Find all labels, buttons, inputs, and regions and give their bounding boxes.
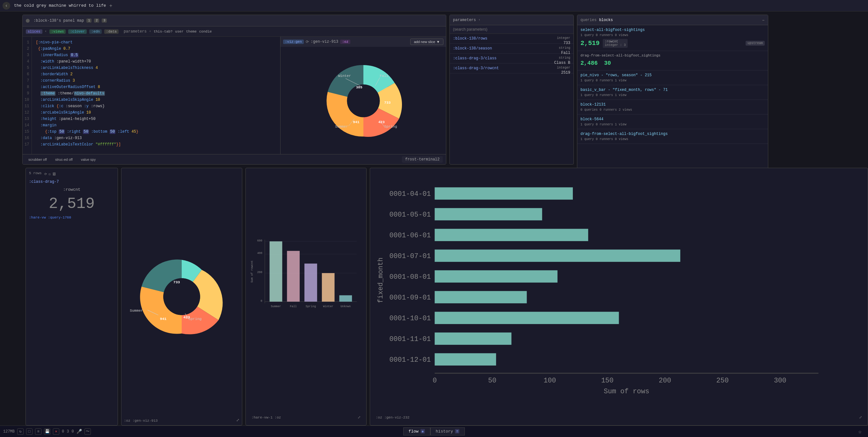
nav-theme[interactable]: theme <box>186 30 197 33</box>
donut-chart-svg: Winter Fall Summer Spring 385 733 941 42… <box>319 56 408 145</box>
nav-clover[interactable]: :clover <box>68 29 87 34</box>
donut-expand-icon[interactable]: ⤢ <box>236 418 239 423</box>
rowcnt-badge: :rowcnt integer : 3 <box>603 39 628 48</box>
svg-text:400: 400 <box>257 252 262 255</box>
bottom-toolbar: scrubber off struc-ed off value spy fros… <box>23 154 446 164</box>
queries-panel-close[interactable]: – <box>762 18 765 23</box>
parameters-search-input[interactable] <box>450 25 574 34</box>
mic-icon[interactable]: 🎤 <box>76 429 82 434</box>
qi-name-bar[interactable]: basic_v_bar - "fixed_month, rows" - 71 <box>581 88 765 92</box>
nav-views[interactable]: :views <box>50 29 66 34</box>
add-new-slice-button[interactable]: add new slice ▼ <box>410 38 443 45</box>
param-item-class: string :class-drag-3/class Class B <box>450 54 574 63</box>
qi-stats-1: 1 query 0 runners 0 views <box>581 33 765 37</box>
history-tab[interactable]: history ☰ <box>430 428 465 435</box>
panel-map-title: :block-138's panel map <box>33 19 84 23</box>
memory-usage: 127MB <box>3 429 15 434</box>
qi-name-block5644[interactable]: block-5644 <box>581 117 765 121</box>
main-container: :block-138's panel map 1 2 3 slices ‹ :v… <box>0 11 868 437</box>
wave-icon[interactable]: 〜 <box>85 428 91 435</box>
param-name-class: :class-drag-3/class <box>453 56 497 61</box>
viz-gen-tag[interactable]: :viz-gen <box>283 39 304 44</box>
panel-num-2: 2 <box>94 19 99 23</box>
qi-name-drag2[interactable]: drag-from-select-all-bigfoot_sightings <box>581 132 765 136</box>
svg-text:Winter: Winter <box>323 305 334 308</box>
save-icon[interactable]: 💾 <box>44 428 50 435</box>
svg-point-0 <box>347 85 380 117</box>
filter-icon[interactable]: ≡ <box>35 428 41 435</box>
svg-text:0001-11-01: 0001-11-01 <box>390 335 431 343</box>
svg-text:Summer: Summer <box>271 305 281 308</box>
back-button[interactable]: ‹ <box>3 2 10 9</box>
qi-stats-bar: 1 query 0 runners 1 view <box>581 93 765 97</box>
nav-parameters[interactable]: parameters <box>124 29 147 34</box>
svg-text:0001-10-01: 0001-10-01 <box>390 315 431 322</box>
add-tab-button[interactable]: + <box>107 2 115 9</box>
svg-rect-51 <box>435 208 542 221</box>
svg-text:0001-07-01: 0001-07-01 <box>390 252 431 260</box>
svg-text:941: 941 <box>353 120 359 124</box>
svg-rect-55 <box>435 291 527 303</box>
svg-text:Unknwn: Unknwn <box>340 305 351 308</box>
svg-text:Sum of rows: Sum of rows <box>604 387 649 396</box>
viz-sync-icon[interactable]: ⟳ <box>306 39 309 44</box>
warning-count: 3 <box>67 429 69 434</box>
svg-text:0001-09-01: 0001-09-01 <box>390 294 431 302</box>
oz-tag[interactable]: :oz <box>340 39 350 44</box>
nav-slices[interactable]: slices <box>26 29 42 34</box>
qi-stats-pie: 1 query 0 runners 1 view <box>581 79 765 82</box>
panel-num-1: 1 <box>86 19 92 23</box>
svg-text:423: 423 <box>183 315 190 319</box>
svg-text:250: 250 <box>716 377 729 385</box>
window-control[interactable] <box>26 19 30 23</box>
nav-condie[interactable]: condie <box>199 30 212 33</box>
queries-title[interactable]: queries <box>581 18 596 22</box>
refresh-icon[interactable]: ↻ <box>17 428 24 435</box>
struc-ed-off-button[interactable]: struc-ed off <box>53 157 75 162</box>
close-icon[interactable]: ✕ <box>53 428 59 435</box>
svg-rect-56 <box>435 312 619 324</box>
svg-text:733: 733 <box>384 101 391 105</box>
nav-this-tab[interactable]: this-tab? <box>154 30 173 33</box>
svg-text:Spring: Spring <box>306 305 316 308</box>
svg-text:Summer: Summer <box>130 309 143 313</box>
svg-text:Summer: Summer <box>335 125 348 128</box>
svg-text:50: 50 <box>488 377 496 385</box>
hbar-expand-icon[interactable]: ⤢ <box>859 415 862 419</box>
svg-text:0: 0 <box>260 299 262 303</box>
svg-rect-52 <box>435 229 588 241</box>
nav-user[interactable]: user <box>175 30 183 33</box>
svg-rect-53 <box>435 250 681 262</box>
stop-icon[interactable]: □ <box>26 428 32 435</box>
qi-name-1[interactable]: select-all-bigfoot-sightings <box>581 28 765 32</box>
query-item-drag-from2: drag-from-select-all-bigfoot_sightings 1… <box>577 129 768 144</box>
qi-name-block12131[interactable]: block-12131 <box>581 103 765 107</box>
scrubber-off-button[interactable]: scrubber off <box>26 157 50 162</box>
svg-text:0001-04-01: 0001-04-01 <box>390 190 431 198</box>
line-numbers: 12345 678910 1112131415 1617 <box>23 37 32 164</box>
param-item-rows: integer :block-138/rows 733 <box>450 34 574 44</box>
nav-data[interactable]: :data <box>104 29 119 34</box>
query-ref: :hare-vw :query-1760 <box>29 215 115 220</box>
hbar-chart-svg: 0001-04-01 0001-05-01 0001-06-01 0001-07… <box>373 171 865 397</box>
qi-val-2486: 2,486 <box>581 60 598 66</box>
blocks-title[interactable]: blocks <box>599 18 613 22</box>
svg-text:Spring: Spring <box>188 317 202 321</box>
svg-text:Fall: Fall <box>290 305 297 308</box>
svg-text:Spring: Spring <box>384 125 397 128</box>
flow-tab[interactable]: flow ▦ <box>403 428 430 435</box>
qi-name-pie[interactable]: pie_nivo - "rows, season" - 215 <box>581 73 765 78</box>
qi-desc-drag: drag-from-select-all-bigfoot_sightings <box>581 54 765 57</box>
donut-chart-container: Winter Fall Summer Spring 385 733 941 42… <box>280 47 446 155</box>
flow-history-bar: flow ▦ history ☰ <box>403 426 465 437</box>
parameters-panel-header: parameters ‹ <box>450 15 574 25</box>
nav-edn[interactable]: :edn <box>89 29 101 34</box>
class-drag-label: :class-drag-7 <box>29 180 115 184</box>
value-spy-button[interactable]: value spy <box>79 157 98 162</box>
bottom-section: 5 rows ⟳ ◻ 🖼 :class-drag-7 :rowcnt 2,519… <box>22 168 868 426</box>
star-button[interactable]: ☆ <box>858 428 862 435</box>
svg-rect-33 <box>322 273 335 302</box>
error-count: 0 <box>62 429 64 434</box>
svg-text:0001-12-01: 0001-12-01 <box>390 356 431 364</box>
bar-expand-icon[interactable]: ⤢ <box>358 415 361 419</box>
